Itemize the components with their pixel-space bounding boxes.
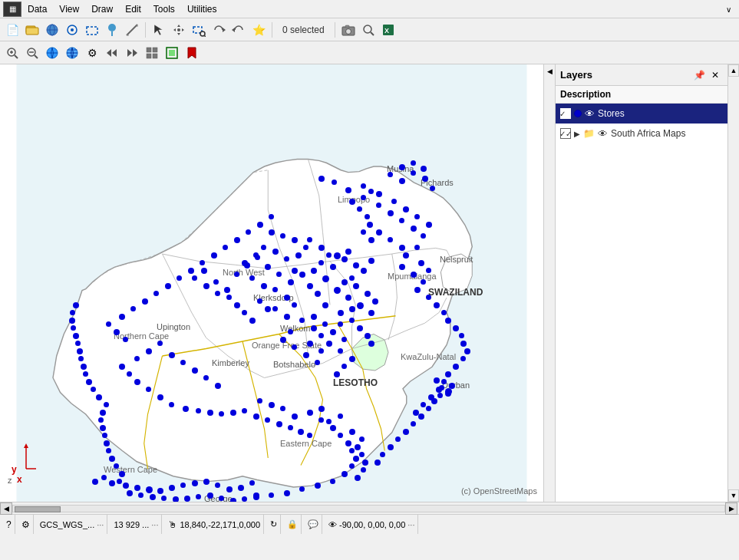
panel-collapse[interactable]: ◀ [543, 64, 555, 502]
map-area[interactable]: SWAZILAND LESOTHO Limpopo North West Mpu… [0, 64, 543, 502]
svg-rect-53 [169, 50, 175, 56]
select-tool-button[interactable] [163, 44, 181, 62]
svg-point-6 [71, 28, 74, 31]
samaps-layer-name: South Africa Maps [611, 128, 723, 139]
svg-marker-22 [223, 28, 226, 32]
settings-item: ⚙ [18, 515, 34, 534]
svg-marker-17 [182, 28, 184, 31]
menu-utilities[interactable]: Utilities [181, 2, 223, 16]
globe-button[interactable] [43, 21, 61, 39]
select-circle-button[interactable] [63, 21, 81, 39]
panel-title: Layers [560, 69, 692, 81]
back-button[interactable] [103, 44, 121, 62]
help-icon[interactable]: ? [6, 519, 12, 530]
layers-scroll-down[interactable]: ▼ [728, 489, 739, 502]
expand-icon[interactable]: ∨ [721, 4, 736, 15]
scale-item[interactable]: 13 929 ... ··· [111, 515, 162, 534]
crs-item[interactable]: GCS_WGS_... ··· [37, 515, 108, 534]
svg-line-21 [205, 35, 206, 37]
new-button[interactable]: 📄 [3, 21, 21, 39]
coord-display: -90,00, 0,00, 0,00 [339, 520, 405, 529]
stores-checkbox[interactable]: ✓ [560, 108, 571, 119]
rotate-item[interactable]: ↻ [267, 515, 281, 534]
coords-more[interactable]: ··· [407, 520, 414, 529]
layer-stores[interactable]: ✓ 👁 Stores [556, 104, 727, 124]
svg-rect-1 [26, 28, 38, 35]
axis-x-label: x [17, 474, 22, 485]
toolbar1: 📄 ⭐ 0 selected [0, 18, 739, 41]
select-rect-button[interactable] [83, 21, 101, 39]
menu-right: ∨ [721, 4, 736, 15]
msg-icon: 💬 [308, 519, 318, 529]
layer-south-africa-maps[interactable]: ✓ ▶ 📁 👁 South Africa Maps [556, 124, 727, 143]
group-expand-arrow[interactable]: ▶ [574, 130, 580, 138]
layers-scroll-up[interactable]: ▲ [728, 64, 739, 77]
svg-marker-58 [24, 443, 28, 448]
menu-view[interactable]: View [53, 2, 85, 16]
svg-rect-26 [345, 25, 349, 28]
bookmark-button[interactable] [183, 44, 201, 62]
web-globe-button[interactable] [43, 44, 61, 62]
svg-marker-44 [107, 49, 111, 57]
settings-status-icon[interactable]: ⚙ [21, 519, 30, 530]
scroll-right-button[interactable]: ▶ [725, 502, 737, 515]
star-button[interactable]: ⭐ [249, 21, 268, 39]
measure-button[interactable] [123, 21, 141, 39]
panel-pin-button[interactable]: 📌 [692, 68, 708, 83]
svg-marker-46 [133, 49, 137, 57]
zoom-select-button[interactable] [190, 21, 208, 39]
coords-text: 18,840,-22,171,0,000 [180, 520, 260, 529]
visibility-item[interactable]: 👁 -90,00, 0,00, 0,00 ··· [325, 515, 418, 534]
rotate-button[interactable] [209, 21, 228, 39]
sep3 [335, 22, 335, 38]
svg-line-10 [127, 25, 137, 35]
zoom-in-button[interactable] [3, 44, 21, 62]
panel-header: Layers 📌 ✕ [556, 64, 727, 86]
identify-button[interactable] [103, 21, 121, 39]
menu-draw[interactable]: Draw [85, 2, 119, 16]
rotate2-button[interactable] [229, 21, 248, 39]
rotate-status-icon: ↻ [270, 519, 277, 529]
svg-point-8 [108, 24, 116, 31]
settings-button[interactable]: ⚙ [83, 44, 101, 62]
menu-data[interactable]: Data [21, 2, 53, 16]
cursor-button[interactable] [150, 21, 168, 39]
search-button[interactable] [359, 21, 378, 39]
excel-button[interactable]: X [379, 21, 398, 39]
panel-close-button[interactable]: ✕ [708, 68, 723, 83]
scroll-thumb[interactable] [15, 506, 61, 512]
svg-line-32 [15, 55, 18, 58]
help-item: ? [3, 515, 15, 534]
stores-layer-name: Stores [598, 108, 723, 119]
forward-button[interactable] [123, 44, 141, 62]
menu-edit[interactable]: Edit [119, 2, 147, 16]
map-svg [0, 64, 543, 502]
globe2-button[interactable] [63, 44, 81, 62]
samaps-eye-icon: 👁 [598, 128, 608, 140]
layers-empty-space [556, 143, 727, 502]
pan-button[interactable] [170, 21, 188, 39]
svg-text:X: X [384, 27, 389, 35]
menu-tools[interactable]: Tools [147, 2, 181, 16]
svg-marker-15 [177, 33, 180, 35]
lock-item[interactable]: 🔒 [284, 515, 302, 534]
scale-more[interactable]: ··· [151, 520, 158, 529]
svg-marker-54 [188, 48, 196, 58]
crs-more[interactable]: ··· [97, 520, 104, 529]
open-button[interactable] [23, 21, 41, 39]
coords-item[interactable]: 🖱 18,840,-22,171,0,000 [165, 515, 264, 534]
msg-item[interactable]: 💬 [305, 515, 322, 534]
scroll-track[interactable] [12, 505, 725, 512]
app-icon[interactable]: ▦ [3, 2, 21, 17]
samaps-checkbox[interactable]: ✓ [560, 128, 571, 139]
zoom-out-button[interactable] [23, 44, 41, 62]
status-bar: ? ⚙ GCS_WGS_... ··· 13 929 ... ··· 🖱 18,… [0, 514, 739, 534]
svg-rect-51 [153, 54, 157, 58]
svg-marker-23 [232, 28, 235, 32]
grid-button[interactable] [143, 44, 161, 62]
menu-bar: ▦ Data View Draw Edit Tools Utilities ∨ [0, 0, 739, 18]
scroll-left-button[interactable]: ◀ [0, 502, 12, 515]
camera-button[interactable] [339, 21, 358, 39]
svg-marker-14 [177, 25, 180, 27]
scale-text: 13 929 ... [114, 520, 149, 529]
